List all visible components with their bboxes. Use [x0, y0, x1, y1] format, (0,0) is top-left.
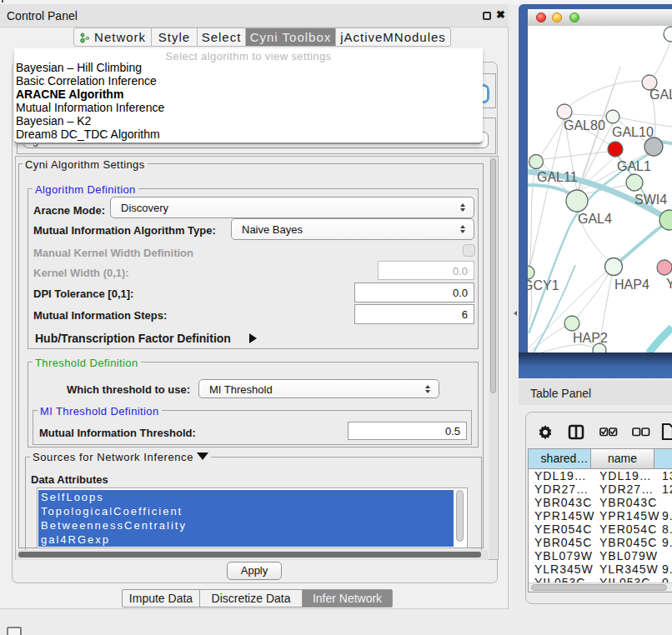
svg-text:Y: Y: [666, 277, 672, 291]
svg-text:HAP2: HAP2: [573, 331, 608, 345]
svg-text:GAL4: GAL4: [578, 212, 612, 226]
svg-text:SWI4: SWI4: [634, 192, 667, 207]
svg-text:HAP4: HAP4: [614, 278, 649, 292]
svg-text:GAL80: GAL80: [564, 118, 605, 132]
svg-text:GCY1: GCY1: [528, 278, 559, 292]
svg-text:GAL10: GAL10: [612, 125, 654, 139]
svg-text:GAL1: GAL1: [617, 159, 651, 173]
svg-text:GAL11: GAL11: [537, 170, 578, 184]
svg-text:GAL: GAL: [649, 88, 672, 102]
